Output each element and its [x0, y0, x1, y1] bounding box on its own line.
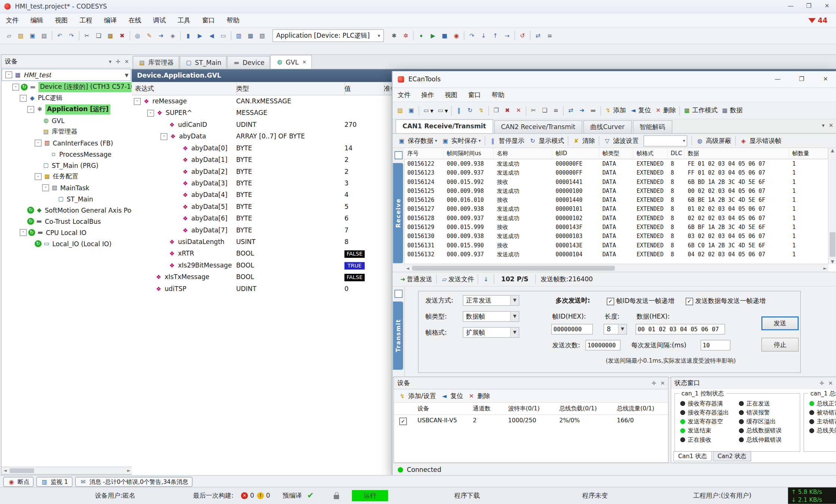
can-frame-row[interactable]: 00156125000.009.998发送成功00000100DATAEXTEN…	[404, 187, 829, 195]
pause-button[interactable]: ‖	[453, 104, 464, 117]
device-row[interactable]: ✓USBCAN-II-V521000/2502%/0%166/0	[394, 415, 668, 426]
ecan-maximize-button[interactable]: ❐	[790, 71, 814, 87]
breakpoints-tab[interactable]: ◉断点	[3, 476, 34, 486]
scroll-right-icon[interactable]: ►	[125, 468, 133, 473]
bookmark-button[interactable]: ▮	[182, 30, 194, 41]
watch-button[interactable]: ▥	[233, 30, 245, 41]
ecan-close-button[interactable]: ✕	[814, 71, 836, 87]
stop-button[interactable]: ■	[439, 30, 450, 41]
refresh-button[interactable]: ↻	[464, 104, 476, 117]
panel-close-icon[interactable]: ✕	[125, 58, 129, 64]
new-file-button[interactable]: ▱	[3, 30, 15, 41]
filter-combo[interactable]: ▾	[644, 135, 687, 146]
tree-item-st-main-call[interactable]: ▢ST_Main	[1, 193, 132, 204]
menu-item-6[interactable]: 在线	[122, 13, 147, 27]
scroll-thumb[interactable]	[412, 266, 615, 270]
step-into-button[interactable]: ↓	[478, 30, 489, 41]
add-button[interactable]: ↯添加	[603, 104, 628, 117]
bookmark-prev-button[interactable]: ◀	[206, 30, 217, 41]
reset-button[interactable]: ↺	[517, 30, 528, 41]
tree-expander-icon[interactable]: -	[42, 184, 49, 191]
print-button[interactable]: ▤	[38, 30, 50, 41]
show-error-frames-button[interactable]: ◈ 显示错误帧	[737, 135, 784, 146]
increment-id-checkbox[interactable]: ✓ 帧ID每发送一帧递增	[607, 297, 674, 306]
run-to-cursor-button[interactable]: →	[501, 30, 513, 41]
delete-button[interactable]: ✖	[116, 30, 128, 41]
scroll-left-icon[interactable]: ◄	[404, 266, 411, 270]
flow-button[interactable]: ⇄	[532, 30, 544, 41]
panel-close-icon[interactable]: ✕	[661, 380, 665, 386]
can-frame-row[interactable]: 00156124000.015.992接收00001441DATAEXTENDE…	[404, 178, 829, 187]
can-frame-row[interactable]: 00156123000.009.937发送成功000000FFDATAEXTEN…	[404, 168, 829, 177]
can-frame-row[interactable]: 00156130000.009.938发送成功00000103DATAEXTEN…	[404, 232, 829, 241]
advanced-mask-button[interactable]: ◍ 高级屏蔽	[694, 135, 734, 146]
replace-button[interactable]: ✎	[143, 30, 155, 41]
menu-item-5[interactable]: 编译	[98, 13, 123, 27]
pin-icon[interactable]: ✛	[116, 58, 120, 64]
filter-settings-button[interactable]: ▽ 滤波设置	[601, 135, 641, 146]
tree-item-plc-logic[interactable]: -◆PLC逻辑	[1, 93, 132, 104]
pause-display-button[interactable]: ‖ 暂停显示	[487, 135, 526, 146]
can-frame-row[interactable]: 00156131000.015.990接收0000143EDATAEXTENDE…	[404, 241, 829, 250]
ecan-menu-item-5[interactable]: 帮助	[486, 88, 510, 102]
menu-item-4[interactable]: 工程	[74, 13, 98, 27]
tree-expander-icon[interactable]: -	[27, 106, 34, 113]
tab-library-manager[interactable]: ▤ 库管理器	[133, 56, 179, 69]
tree-item-task-configuration[interactable]: -▦任务配置	[1, 171, 132, 182]
receive-side-tab[interactable]: Receive	[393, 163, 403, 263]
open-file-button[interactable]: ▨	[15, 30, 27, 41]
scroll-up-icon[interactable]: ▲	[829, 148, 836, 153]
scroll-thumb[interactable]	[830, 232, 836, 257]
ecan-menu-item-2[interactable]: 操作	[416, 88, 439, 102]
find-prev-button[interactable]: ◈	[167, 30, 178, 41]
find-button[interactable]: ◎	[132, 30, 143, 41]
tab-curve[interactable]: 曲线Curver	[583, 120, 631, 133]
send-mode-combo[interactable]: 正常发送 ▼	[463, 295, 519, 306]
scroll-down-icon[interactable]: ▼	[829, 259, 836, 264]
tab-can1[interactable]: CAN1 Receive/Transmit	[396, 119, 493, 133]
chevron-down-icon[interactable]: ▼	[125, 72, 128, 77]
messages-tab[interactable]: ✉消息 -总计0个错误,0个警告,34条消息	[75, 476, 193, 486]
can-frame-row[interactable]: 00156127000.009.938发送成功00000101DATAEXTEN…	[404, 204, 829, 213]
normal-send-button[interactable]: ➔ 普通发送	[397, 273, 434, 285]
undo-button[interactable]: ↶	[54, 30, 65, 41]
can-frame-row[interactable]: 00156126000.016.010接收00001440DATAEXTENDE…	[404, 195, 829, 204]
login-button[interactable]: ➧	[415, 30, 427, 41]
tab-can2[interactable]: CAN2 Receive/Transmit	[494, 120, 582, 133]
close-icon[interactable]: ✕	[829, 122, 833, 128]
tree-expander-icon[interactable]: -	[20, 95, 27, 102]
save-data-button[interactable]: ▣ 保存数据▾	[396, 135, 439, 146]
maximize-button[interactable]: ❐	[800, 0, 818, 13]
ecan-menu-item-4[interactable]: 窗口	[463, 88, 486, 102]
menu-item-7[interactable]: 调试	[147, 13, 172, 27]
open-file-button[interactable]: ▨	[395, 104, 406, 117]
minimize-button[interactable]: —	[781, 0, 800, 13]
tree-item-maintask[interactable]: -▧MainTask	[1, 182, 132, 193]
menu-item-9[interactable]: 窗口	[196, 13, 221, 27]
row-expander-icon[interactable]: -	[147, 109, 154, 116]
clear-all-button[interactable]: ✖	[502, 104, 513, 117]
save-button[interactable]: ▣	[406, 104, 417, 117]
receive-hscrollbar[interactable]: ◄ ►	[404, 264, 829, 272]
tree-item-gvl[interactable]: ◍GVL	[1, 115, 132, 126]
status-tab-1[interactable]: Can1 状态	[673, 451, 712, 461]
menu-item-1[interactable]: 文件	[0, 13, 25, 27]
tree-hscrollbar[interactable]: ◄ ►	[1, 467, 132, 474]
device-tree-root[interactable]: -▦HMI_test▼	[1, 69, 131, 81]
ecan-titlebar[interactable]: ECanTools — ❐ ✕	[392, 71, 836, 88]
rebuild-button[interactable]: ✲	[400, 30, 411, 41]
cut-button[interactable]: ✂	[528, 104, 539, 117]
tab-decode[interactable]: 智能解码	[633, 120, 672, 133]
tree-expander-icon[interactable]: -	[35, 140, 42, 147]
collapse-button[interactable]: ▬	[588, 104, 599, 117]
can-frame-row[interactable]: 00156132000.009.937发送成功00000104DATAEXTEN…	[404, 250, 829, 259]
frame-type-combo[interactable]: 数据帧 ▼	[463, 311, 519, 322]
tree-expander-icon[interactable]: -	[20, 229, 27, 236]
watch-tab[interactable]: ▥监视 1	[36, 476, 72, 486]
cut-button[interactable]: ✂	[81, 30, 93, 41]
device-checkbox[interactable]: ✓	[400, 417, 407, 425]
row-expander-icon[interactable]: -	[161, 133, 168, 140]
close-button[interactable]: ✕	[818, 0, 836, 13]
tree-item-softmotion[interactable]: ↻◆SoftMotion General Axis Poo	[1, 204, 132, 216]
tree-item-library-manager[interactable]: ▤库管理器	[1, 126, 132, 137]
